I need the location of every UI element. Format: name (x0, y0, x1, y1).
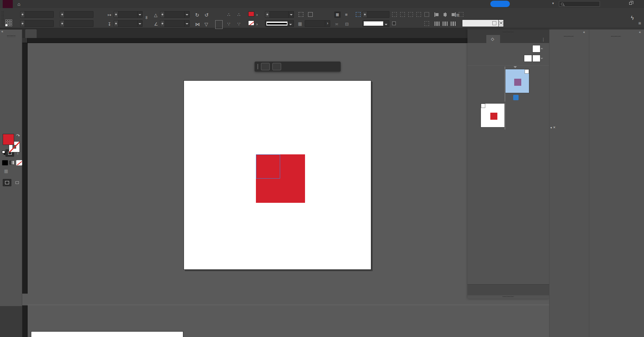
fill-frame-proportionally-button[interactable] (416, 12, 421, 17)
stepper-icon[interactable] (160, 11, 165, 17)
panel-grip[interactable] (502, 31, 514, 33)
select-container-icon[interactable]: ∴ (227, 12, 230, 17)
swap-fill-stroke-icon[interactable]: ↷ (16, 133, 20, 138)
fit-content-to-frame-button[interactable] (392, 12, 397, 17)
dock-grip[interactable] (564, 36, 574, 37)
wrap-none-button[interactable]: ≣ (334, 11, 341, 18)
scroll-up-icon[interactable] (540, 46, 543, 49)
stepper-icon[interactable] (160, 21, 165, 27)
chevron-down-icon[interactable] (137, 21, 142, 27)
apply-color-button[interactable] (2, 160, 8, 165)
vertical-ruler-spread-2[interactable] (22, 305, 28, 337)
select-previous-icon[interactable]: ∴ (237, 12, 240, 17)
master-thumbnail[interactable] (532, 45, 540, 52)
constrain-scale-link-icon[interactable]: ∞ (145, 16, 149, 19)
flip-horizontal-icon[interactable]: ⋈ (195, 22, 200, 27)
home-icon[interactable]: ⌂ (17, 0, 20, 8)
selection-frame[interactable] (256, 154, 280, 179)
tab-pages[interactable]: ◇ (486, 35, 500, 43)
stepper-icon[interactable] (363, 11, 367, 17)
stroke-type-dropdown[interactable] (265, 20, 294, 27)
select-content-icon[interactable]: ∵ (227, 22, 230, 26)
vertical-ruler-spread-1[interactable] (22, 43, 28, 294)
arrow-right-icon[interactable] (325, 21, 330, 27)
dock-grip[interactable] (611, 36, 621, 37)
scale-y-field[interactable] (114, 20, 143, 27)
reference-point-indicator[interactable] (215, 20, 223, 29)
corner-shape-icon[interactable] (308, 12, 313, 17)
stroke-weight-field[interactable] (265, 11, 294, 18)
stepper-icon[interactable] (60, 11, 65, 17)
chevron-down-icon[interactable] (184, 21, 189, 27)
height-field[interactable] (60, 20, 93, 27)
rotation-angle-field[interactable] (160, 11, 190, 18)
fill-swatch[interactable] (3, 134, 14, 145)
wrap-jump-button[interactable]: ≍ (335, 22, 339, 26)
stroke-color-swatch[interactable] (248, 21, 254, 26)
center-content-button[interactable] (408, 12, 413, 17)
chevron-down-icon[interactable] (288, 21, 293, 26)
chevron-down-icon[interactable] (184, 11, 189, 17)
panel-grip[interactable] (7, 35, 15, 37)
stroke-menu-arrow-icon[interactable]: › (256, 22, 258, 26)
scroll-down-icon[interactable] (540, 58, 543, 61)
width-field[interactable] (60, 11, 93, 18)
tab-layers[interactable] (467, 35, 477, 43)
chevron-down-icon[interactable] (383, 21, 388, 26)
master-row-none[interactable] (467, 44, 544, 54)
stepper-icon[interactable] (114, 11, 118, 17)
object-style-dropdown[interactable] (462, 20, 504, 27)
wrap-override-button[interactable]: ⊟ (345, 22, 349, 26)
align-center-button[interactable] (443, 12, 448, 17)
corner-options-icon[interactable] (299, 12, 303, 17)
stepper-icon[interactable] (60, 21, 65, 27)
fit-frame-to-content-button[interactable] (400, 12, 405, 17)
corner-shape-dropdown[interactable] (363, 20, 389, 27)
distribute-left-button[interactable] (434, 22, 440, 26)
collapse-panel-icon[interactable]: « (1, 30, 3, 33)
collapse-dock-icon[interactable]: « (583, 30, 585, 34)
master-thumbnail[interactable] (532, 55, 540, 62)
frame-fitting-options-icon[interactable] (424, 21, 429, 26)
distribute-center-button[interactable] (443, 22, 448, 26)
master-row-a-master[interactable] (467, 54, 544, 63)
panel-menu-icon[interactable]: ≡ (638, 21, 641, 26)
align-right-button[interactable] (451, 12, 456, 17)
scale-x-field[interactable] (114, 11, 143, 18)
import-button[interactable] (272, 63, 281, 70)
document-tab[interactable] (25, 29, 37, 38)
page-1-thumbnail[interactable] (505, 69, 529, 93)
text-to-image-button[interactable] (261, 63, 270, 70)
fill-menu-arrow-icon[interactable]: › (256, 12, 258, 17)
stepper-icon[interactable] (265, 11, 270, 17)
distribute-right-button[interactable] (451, 22, 456, 26)
collapse-dock-icon[interactable]: « (639, 30, 641, 34)
break-link-style-icon[interactable] (499, 21, 503, 25)
panel-close-nub[interactable]: ◂✕ (550, 126, 556, 129)
page-2-thumbnail[interactable] (481, 103, 505, 127)
chevron-down-icon[interactable] (289, 11, 294, 17)
edit-page-size-icon[interactable] (499, 287, 505, 293)
close-button[interactable] (635, 0, 643, 6)
reference-point-proxy[interactable] (5, 20, 12, 26)
autofit-checkbox[interactable] (392, 22, 396, 25)
x-position-field[interactable] (20, 11, 54, 18)
tab-links[interactable] (477, 35, 486, 43)
stepper-icon[interactable] (21, 11, 25, 17)
clear-overrides-icon[interactable] (492, 21, 496, 25)
stepper-icon[interactable] (114, 21, 118, 27)
chevron-down-icon[interactable] (137, 11, 142, 17)
restore-button[interactable] (627, 0, 635, 6)
apply-gradient-button[interactable] (9, 160, 14, 165)
chevron-down-icon[interactable]: ▾ (552, 1, 554, 5)
rotate-cw-icon[interactable]: ↻ (195, 12, 199, 17)
select-next-icon[interactable]: ∵ (237, 22, 240, 26)
new-page-button[interactable] (515, 287, 522, 293)
master-thumbnail[interactable] (524, 55, 532, 62)
y-position-field[interactable] (20, 20, 54, 27)
corner-size-field[interactable] (363, 11, 389, 18)
panel-resize-grip[interactable] (502, 296, 514, 298)
fill-color-swatch[interactable] (248, 11, 254, 16)
rotate-ccw-icon[interactable]: ↺ (204, 12, 209, 17)
adobe-stock-search[interactable] (559, 1, 600, 7)
